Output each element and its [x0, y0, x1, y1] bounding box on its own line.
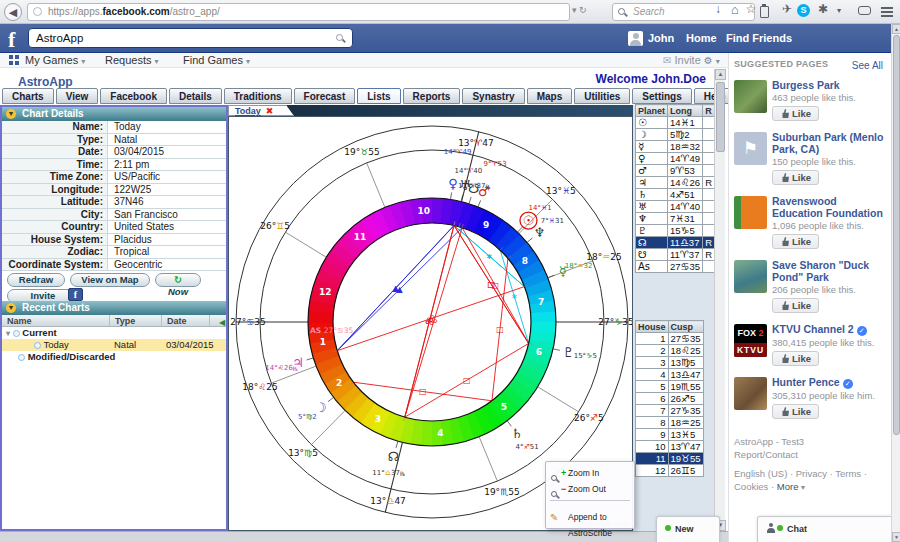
col-planet[interactable]: Planet — [636, 105, 668, 117]
planet-row-mars[interactable]: ♂9♈53 — [636, 165, 715, 177]
page-name-link[interactable]: Burgess Park — [772, 79, 885, 91]
chart-details-header[interactable]: ▼ Chart Details — [2, 107, 226, 121]
clipboard-icon[interactable] — [760, 6, 769, 18]
panel-collapse-arrow[interactable]: ◀ — [219, 318, 225, 327]
tab-synastry[interactable]: Synastry — [462, 88, 524, 104]
chat-bubble-icon[interactable] — [858, 6, 871, 15]
planet-row-moon[interactable]: ☽5♍2 — [636, 129, 715, 141]
chart-tab-today[interactable]: Today✖ — [228, 105, 294, 116]
invite-link[interactable]: Invite — [674, 54, 700, 66]
footer-cookies-link[interactable]: Cookies — [734, 481, 768, 492]
scroll-up-icon[interactable]: ▲ — [715, 69, 726, 80]
tab-utilities[interactable]: Utilities — [574, 88, 630, 104]
footer-more-link[interactable]: More ▾ — [777, 481, 805, 492]
planet-row-ascendant[interactable]: As27♋35 — [636, 261, 715, 273]
tab-lists[interactable]: Lists — [357, 88, 400, 104]
view-on-map-button[interactable]: View on Map — [70, 273, 150, 287]
tab-maps[interactable]: Maps — [527, 88, 573, 104]
scroll-thumb[interactable] — [716, 82, 725, 152]
scroll-down-icon[interactable]: ▼ — [892, 532, 900, 542]
download-icon[interactable]: ↓ — [710, 2, 726, 16]
gear-caret-icon[interactable]: ▾ — [716, 57, 720, 66]
tab-facebook[interactable]: Facebook — [100, 88, 167, 104]
footer-app-line[interactable]: AstroApp - Test3 — [734, 435, 885, 448]
col-r[interactable]: R — [703, 105, 715, 117]
page-thumbnail[interactable]: FOX 2KTVU — [734, 324, 767, 357]
page-thumbnail[interactable] — [734, 196, 767, 229]
planet-row-neptune[interactable]: ♆7♓31 — [636, 213, 715, 225]
tree-caret-icon[interactable]: ▾ — [6, 329, 10, 338]
col-name[interactable]: Name — [2, 315, 110, 326]
footer-terms-link[interactable]: Terms — [835, 468, 861, 479]
planet-row-jupiter[interactable]: ♃14♌26R — [636, 177, 715, 189]
like-button[interactable]: Like — [772, 298, 819, 313]
close-tab-icon[interactable]: ✖ — [266, 106, 274, 116]
house-row-12[interactable]: 1226♊5 — [636, 465, 704, 477]
planet-row-south-node[interactable]: ☋11♈37R — [636, 249, 715, 261]
bookmark-dropdown-reload-icons[interactable]: ▾ ↻ — [572, 5, 587, 15]
page-name-link[interactable]: KTVU Channel 2 ✓ — [772, 323, 885, 336]
footer-report-line[interactable]: Report/Contact — [734, 448, 885, 461]
new-message-dock[interactable]: New Message — [656, 516, 720, 542]
avatar[interactable] — [628, 31, 643, 46]
collapse-icon[interactable]: ▼ — [6, 303, 16, 313]
tab-reports[interactable]: Reports — [403, 88, 461, 104]
planet-row-pluto[interactable]: ♇15♑5 — [636, 225, 715, 237]
like-button[interactable]: Like — [772, 351, 819, 366]
redraw-button[interactable]: Redraw — [7, 273, 65, 287]
col-long[interactable]: Long — [668, 105, 703, 117]
fb-search-icon[interactable] — [336, 34, 343, 41]
house-row-4[interactable]: 413♎47 — [636, 369, 704, 381]
app-title-link[interactable]: AstroApp — [18, 75, 73, 89]
app-scrollbar[interactable]: ▲ ▼ — [714, 69, 725, 531]
planet-row-north-node[interactable]: ☊11♎37R — [636, 237, 715, 249]
menu-item-append[interactable]: Append to AstroScribe✎ — [546, 509, 634, 525]
menu-item-zoom-in[interactable]: Zoom In+ — [546, 465, 634, 481]
fb-find-friends-link[interactable]: Find Friends — [726, 32, 792, 44]
requests-menu[interactable]: Requests ▾ — [105, 54, 159, 66]
house-row-9[interactable]: 913♓5 — [636, 429, 704, 441]
page-name-link[interactable]: Ravenswood Education Foundation — [772, 195, 885, 219]
planet-row-venus[interactable]: ♀14♈49 — [636, 153, 715, 165]
planet-row-saturn[interactable]: ♄4♐51 — [636, 189, 715, 201]
house-row-6[interactable]: 626♐5 — [636, 393, 704, 405]
fb-app-search-input[interactable] — [28, 28, 353, 48]
collapse-icon[interactable]: ▼ — [6, 109, 16, 119]
bookmark-star-icon[interactable]: ☆ — [743, 2, 759, 16]
fb-home-link[interactable]: Home — [686, 32, 717, 44]
col-house[interactable]: House — [636, 321, 669, 333]
now-button[interactable]: ↻ Now — [155, 273, 201, 287]
tab-details[interactable]: Details — [169, 88, 222, 104]
browser-scrollbar[interactable]: ▲ ▼ — [891, 24, 900, 542]
house-row-7[interactable]: 727♑35 — [636, 405, 704, 417]
see-all-link[interactable]: See All — [852, 60, 883, 71]
skype-icon[interactable]: S — [797, 4, 810, 17]
tab-view[interactable]: View — [56, 88, 99, 104]
toolbar-caret-icon[interactable]: ▾ — [831, 6, 847, 15]
house-row-2[interactable]: 218♌25 — [636, 345, 704, 357]
page-name-link[interactable]: Save Sharon "Duck Pond" Park — [772, 259, 885, 283]
gear-icon[interactable]: ⚙ — [704, 55, 713, 66]
url-bar[interactable]: https://apps.facebook.com/astro_app/ — [27, 3, 570, 21]
tree-group-modified[interactable]: Modified/Discarded — [2, 351, 226, 363]
house-row-8[interactable]: 818♒25 — [636, 417, 704, 429]
page-thumbnail[interactable] — [734, 260, 767, 293]
footer-locale-link[interactable]: English (US) — [734, 468, 787, 479]
page-thumbnail[interactable]: ⚑ — [734, 132, 767, 165]
home-icon[interactable]: ⌂ — [727, 2, 743, 17]
footer-privacy-link[interactable]: Privacy — [796, 468, 827, 479]
my-games-menu[interactable]: My Games ▾ — [25, 54, 85, 66]
like-button[interactable]: Like — [772, 234, 819, 249]
send-icon[interactable]: ✈ — [779, 2, 795, 16]
tree-item-today[interactable]: Today Natal 03/04/2015 — [2, 339, 226, 351]
like-button[interactable]: Like — [772, 404, 819, 419]
page-thumbnail[interactable] — [734, 377, 767, 410]
planet-row-sun[interactable]: ☉14♓1 — [636, 117, 715, 129]
col-date[interactable]: Date — [162, 315, 210, 326]
col-cusp[interactable]: Cusp — [668, 321, 703, 333]
house-row-3[interactable]: 313♍5 — [636, 357, 704, 369]
fb-user-link[interactable]: John — [648, 32, 674, 44]
planet-row-mercury[interactable]: ☿18♒32 — [636, 141, 715, 153]
tab-forecast[interactable]: Forecast — [294, 88, 356, 104]
recent-charts-header[interactable]: ▼ Recent Charts — [2, 301, 226, 315]
